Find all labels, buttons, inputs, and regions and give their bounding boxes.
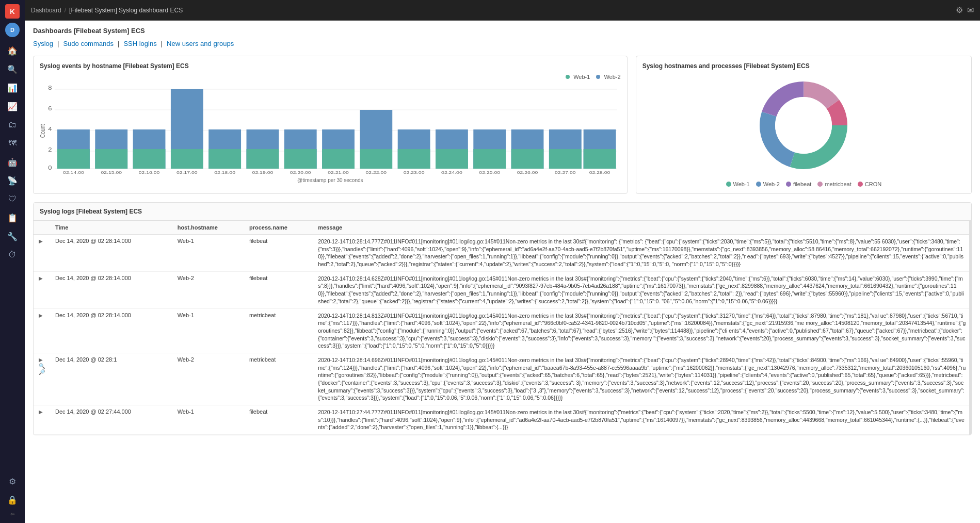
sidebar-item-dashboard[interactable]: 📊: [4, 79, 21, 96]
sidebar-item-discover[interactable]: 🔍: [4, 61, 21, 77]
sidebar-item-visualize[interactable]: 📈: [4, 98, 21, 115]
donut-legend-cron-dot: [858, 182, 863, 187]
svg-text:02:15:00: 02:15:00: [101, 170, 122, 175]
table-row: ▶ Dec 14, 2020 @ 02:27:44.000 Web-1 file…: [34, 405, 971, 435]
bar-chart-svg: 8 6 4 2 0 Count: [40, 82, 621, 175]
col-time[interactable]: Time: [50, 221, 172, 235]
row-time: Dec 14, 2020 @ 02:28:1: [50, 353, 172, 405]
tab-sudo[interactable]: Sudo commands: [63, 40, 114, 47]
row-expand-btn[interactable]: ▶ 🔍 🔎: [34, 353, 50, 405]
zoom-icon[interactable]: 🔍: [39, 363, 45, 369]
donut-legend-metricbeat-dot: [817, 182, 823, 187]
tab-users[interactable]: New users and groups: [167, 40, 234, 47]
donut-legend-web1: Web-1: [726, 181, 750, 187]
col-hostname[interactable]: host.hostname: [172, 221, 244, 235]
donut-legend-filebeat-dot: [786, 182, 791, 187]
row-expand-btn[interactable]: ▶: [34, 271, 50, 308]
sidebar-item-canvas[interactable]: 🗂: [4, 117, 21, 133]
sidebar-item-ml[interactable]: 🤖: [4, 154, 21, 170]
row-time: Dec 14, 2020 @ 02:28:14.000: [50, 235, 172, 272]
donut-legend-filebeat: filebeat: [786, 181, 811, 187]
svg-text:02:20:00: 02:20:00: [290, 170, 311, 175]
svg-text:02:28:00: 02:28:00: [589, 170, 611, 175]
row-hostname: Web-1: [172, 308, 244, 353]
charts-row: Syslog events by hostname [Filebeat Syst…: [33, 56, 972, 194]
legend-web1: Web-1: [566, 74, 590, 80]
donut-legend-cron: CRON: [858, 181, 881, 187]
donut-legend-web2-label: Web-2: [763, 181, 780, 187]
topbar-actions: ⚙ ✉: [956, 5, 974, 15]
sidebar-item-home[interactable]: 🏠: [4, 42, 21, 59]
sidebar-item-maps[interactable]: 🗺: [4, 135, 21, 152]
table-resize-handle[interactable]: [969, 221, 971, 435]
donut-chart-title: Syslog hostnames and processes [Filebeat…: [642, 62, 965, 70]
user-initial: D: [10, 27, 14, 33]
row-hostname: Web-1: [172, 405, 244, 435]
sidebar-item-siem[interactable]: 🛡: [4, 191, 21, 207]
bar: [133, 149, 166, 169]
sidebar-item-stack-management[interactable]: 🔒: [4, 492, 21, 508]
table-row: ▶ Dec 14, 2020 @ 02:28:14.000 Web-1 metr…: [34, 308, 971, 353]
nav-sep-3: |: [161, 40, 163, 47]
topbar: Dashboard / [Filebeat System] Syslog das…: [25, 0, 980, 21]
legend-web1-label: Web-1: [573, 74, 590, 80]
svg-text:Count: Count: [40, 124, 46, 138]
bar: [284, 149, 317, 169]
tab-syslog[interactable]: Syslog: [33, 40, 53, 47]
share-icon[interactable]: ✉: [967, 5, 974, 15]
table-row: ▶ 🔍 🔎 Dec 14, 2020 @ 02:28:1 Web-2 metri…: [34, 353, 971, 405]
row-hostname: Web-1: [172, 235, 244, 272]
sidebar-item-logs[interactable]: 📋: [4, 209, 21, 226]
col-message[interactable]: message: [313, 221, 971, 235]
settings-icon[interactable]: ⚙: [956, 5, 963, 15]
donut-legend-web1-label: Web-1: [733, 181, 750, 187]
svg-text:02:14:00: 02:14:00: [63, 170, 84, 175]
bar: [171, 89, 203, 149]
svg-text:8: 8: [48, 85, 52, 91]
bar: [436, 149, 468, 169]
breadcrumb-separator: /: [65, 7, 66, 14]
sidebar: K D 🏠 🔍 📊 📈 🗂 🗺 🤖 📡 🛡 📋 🔧 ⏱ ⚙ 🔒 ⇦: [0, 0, 25, 523]
app-logo[interactable]: K: [5, 4, 20, 19]
sidebar-item-dev-tools[interactable]: ⚙: [4, 473, 21, 489]
syslog-table-panel: Syslog logs [Filebeat System] ECS Time h…: [33, 202, 972, 435]
svg-text:02:17:00: 02:17:00: [176, 170, 198, 175]
bar: [171, 149, 203, 169]
svg-text:02:21:00: 02:21:00: [328, 170, 349, 175]
legend-web2-label: Web-2: [604, 74, 620, 80]
legend-web2: Web-2: [596, 74, 620, 80]
sidebar-item-uptime[interactable]: ⏱: [4, 247, 21, 263]
tab-ssh[interactable]: SSH logins: [123, 40, 156, 47]
col-process[interactable]: process.name: [244, 221, 313, 235]
breadcrumb-root[interactable]: Dashboard: [31, 7, 61, 14]
bar: [208, 149, 241, 169]
sidebar-item-infrastructure[interactable]: 🔧: [4, 228, 21, 244]
breadcrumb-current: [Filebeat System] Syslog dashboard ECS: [69, 7, 183, 14]
svg-text:0: 0: [48, 165, 52, 171]
bar: [584, 149, 616, 169]
table-row: ▶ Dec 14, 2020 @ 02:28:14.000 Web-1 file…: [34, 235, 971, 272]
table-body: ▶ Dec 14, 2020 @ 02:28:14.000 Web-1 file…: [34, 235, 971, 435]
svg-text:02:16:00: 02:16:00: [139, 170, 160, 175]
row-process: metricbeat: [244, 308, 313, 353]
svg-text:02:19:00: 02:19:00: [252, 170, 274, 175]
sidebar-collapse[interactable]: ⇦: [10, 511, 14, 517]
nav-sep-1: |: [57, 40, 59, 47]
svg-text:4: 4: [48, 126, 52, 132]
sidebar-item-apm[interactable]: 📡: [4, 172, 21, 189]
svg-text:02:27:00: 02:27:00: [555, 170, 576, 175]
svg-text:02:25:00: 02:25:00: [479, 170, 500, 175]
donut-legend-metricbeat: metricbeat: [817, 181, 851, 187]
filter-icon[interactable]: 🔎: [39, 369, 45, 375]
row-message: 2020-12-14T10:28:14.628Z#011INFO#011[mon…: [313, 271, 971, 308]
row-expand-btn[interactable]: ▶: [34, 405, 50, 435]
bar: [398, 149, 430, 169]
row-expand-btn[interactable]: ▶: [34, 308, 50, 353]
row-time: Dec 14, 2020 @ 02:28:14.000: [50, 308, 172, 353]
row-expand-btn[interactable]: ▶: [34, 235, 50, 272]
bar: [511, 149, 544, 169]
user-avatar[interactable]: D: [5, 23, 20, 37]
donut-legend: Web-1 Web-2 filebeat metricbeat: [726, 181, 882, 187]
x-axis-label: @timestamp per 30 seconds: [40, 177, 621, 183]
svg-text:6: 6: [48, 106, 52, 111]
